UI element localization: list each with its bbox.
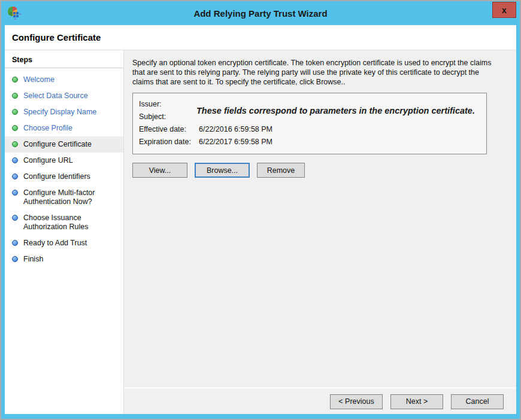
step-status-icon — [12, 109, 18, 115]
step-status-icon — [12, 215, 18, 221]
cancel-button[interactable]: Cancel — [451, 394, 504, 409]
step-label: Ready to Add Trust — [23, 239, 87, 248]
step-label: Configure Multi-factor Authentication No… — [23, 188, 120, 206]
step-label: Choose Issuance Authorization Rules — [23, 214, 120, 232]
sidebar-step-specify-display-name[interactable]: Specify Display Name — [5, 104, 123, 120]
step-status-icon — [12, 77, 18, 83]
steps-sidebar: Steps WelcomeSelect Data SourceSpecify D… — [5, 50, 124, 414]
next-button[interactable]: Next > — [390, 394, 443, 409]
certificate-field-row: Effective date:6/22/2016 6:59:58 PM — [139, 123, 480, 136]
step-status-icon — [12, 141, 18, 147]
page-heading-band: Configure Certificate — [5, 25, 516, 50]
step-status-icon — [12, 190, 18, 196]
sidebar-step-configure-multi-factor-authentication-now: Configure Multi-factor Authentication No… — [5, 185, 123, 210]
wizard-footer: < Previous Next > Cancel — [124, 387, 516, 414]
adfs-app-icon — [7, 5, 22, 21]
certificate-panel: Issuer:Subject:Effective date:6/22/2016 … — [132, 93, 487, 154]
step-status-icon — [12, 240, 18, 246]
step-label: Finish — [23, 255, 43, 264]
step-status-icon — [12, 256, 18, 262]
step-label: Configure Identifiers — [23, 172, 90, 181]
certificate-annotation: These fields correspond to parameters in… — [196, 106, 478, 115]
step-status-icon — [12, 174, 18, 179]
steps-list: WelcomeSelect Data SourceSpecify Display… — [5, 68, 123, 267]
view-button[interactable]: View... — [132, 163, 187, 178]
certificate-field-label: Subject: — [139, 111, 199, 123]
content-area: Specify an optional token encryption cer… — [124, 50, 516, 414]
step-label: Configure Certificate — [23, 140, 92, 149]
step-label: Welcome — [23, 75, 54, 84]
wizard-window: Add Relying Party Trust Wizard x Configu… — [0, 0, 521, 420]
sidebar-step-select-data-source[interactable]: Select Data Source — [5, 88, 123, 104]
step-status-icon — [12, 93, 18, 99]
certificate-field-label: Effective date: — [139, 123, 199, 136]
certificate-actions: View... Browse... Remove — [132, 163, 507, 178]
steps-header: Steps — [5, 50, 123, 68]
remove-button[interactable]: Remove — [257, 163, 305, 178]
page-title: Configure Certificate — [12, 32, 101, 42]
step-status-icon — [12, 125, 18, 131]
sidebar-step-configure-url: Configure URL — [5, 153, 123, 169]
step-label: Choose Profile — [23, 124, 72, 133]
page-description: Specify an optional token encryption cer… — [132, 58, 499, 87]
sidebar-step-finish: Finish — [5, 251, 123, 267]
sidebar-step-choose-issuance-authorization-rules: Choose Issuance Authorization Rules — [5, 210, 123, 235]
step-label: Specify Display Name — [23, 108, 96, 117]
previous-button[interactable]: < Previous — [330, 394, 383, 409]
sidebar-step-choose-profile[interactable]: Choose Profile — [5, 120, 123, 136]
certificate-field-label: Issuer: — [139, 98, 199, 111]
certificate-field-label: Expiration date: — [139, 136, 199, 148]
close-button[interactable]: x — [492, 2, 516, 18]
title-bar: Add Relying Party Trust Wizard x — [1, 1, 520, 25]
certificate-field-value: 6/22/2017 6:59:58 PM — [199, 136, 480, 148]
sidebar-step-ready-to-add-trust: Ready to Add Trust — [5, 235, 123, 251]
browse-button[interactable]: Browse... — [195, 163, 250, 178]
window-title: Add Relying Party Trust Wizard — [193, 8, 327, 19]
step-label: Select Data Source — [23, 92, 88, 101]
sidebar-step-welcome[interactable]: Welcome — [5, 72, 123, 88]
certificate-field-row: Expiration date:6/22/2017 6:59:58 PM — [139, 136, 480, 148]
window-frame-bottom — [1, 414, 520, 419]
step-label: Configure URL — [23, 156, 73, 165]
window-frame-right — [516, 25, 520, 414]
sidebar-step-configure-identifiers: Configure Identifiers — [5, 169, 123, 185]
sidebar-step-configure-certificate: Configure Certificate — [5, 136, 123, 153]
certificate-field-value: 6/22/2016 6:59:58 PM — [199, 123, 480, 136]
step-status-icon — [12, 157, 18, 163]
